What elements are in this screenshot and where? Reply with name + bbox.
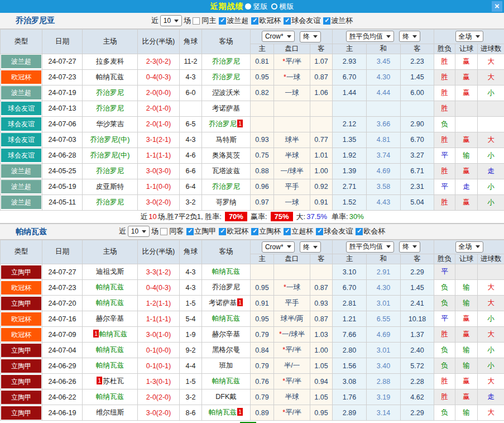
league-checkbox[interactable]	[251, 17, 258, 25]
cell-score: 0-1(0-1)	[138, 358, 180, 374]
league-filter: 欧冠杯	[251, 16, 281, 26]
cell-odds-away: 1.05	[310, 358, 333, 374]
cell-odds-away: 1.00	[310, 343, 333, 358]
team-name: 迪祖戈斯	[96, 268, 124, 275]
fulltime-value: 全场	[459, 32, 472, 41]
league-checkbox[interactable]	[316, 228, 323, 235]
league-checkbox[interactable]	[356, 228, 363, 235]
cell-score: 0-4(0-3)	[138, 69, 180, 85]
league-checkbox[interactable]	[219, 17, 226, 25]
cell-handicap-result	[455, 116, 478, 132]
cell-date: 24-07-23	[42, 280, 83, 296]
cell-odds-away: 1.07	[310, 54, 333, 69]
col-type: 类型	[1, 30, 42, 54]
col-score: 比分(半场)	[138, 30, 180, 54]
chevron-down-icon	[287, 245, 291, 248]
cell-result: 胜	[434, 101, 455, 116]
avg-time-select[interactable]: 终	[399, 31, 420, 42]
avg-select[interactable]: 胜平负均值	[346, 31, 394, 42]
col-avg-draw: 和	[367, 44, 401, 54]
cell-avg-home: 2.89	[333, 405, 367, 421]
cell-team: 帕纳瓦兹	[83, 358, 138, 374]
cell-odds-home: 0.93	[251, 132, 274, 148]
games-count-select[interactable]: 10	[128, 226, 150, 237]
team-name: 帕纳瓦兹	[212, 315, 240, 322]
cell-handicap-result	[455, 264, 478, 280]
league-label: 欧冠杯	[259, 16, 281, 26]
league-type-badge: 欧冠杯	[1, 281, 41, 294]
single-value: 30%	[349, 212, 364, 221]
avg-select[interactable]: 胜平负均值	[346, 241, 394, 253]
team-name: DFK戴	[215, 393, 237, 401]
league-checkbox[interactable]	[251, 228, 258, 235]
close-icon[interactable]: ×	[492, 1, 502, 12]
league-filter: 球会友谊	[284, 16, 320, 26]
table-row: 球会友谊24-06-28乔治罗尼(中)1-1(1-1)4-6奥洛莫茨0.75半球…	[1, 148, 504, 163]
cell-result: 负	[434, 405, 455, 421]
team-name: 皮亚斯特	[96, 183, 124, 191]
league-type-badge: 波兰超	[1, 196, 41, 209]
league-checkbox[interactable]	[219, 228, 226, 235]
cell-result: 胜	[434, 374, 455, 389]
cell-avg-away: 2.29	[401, 264, 434, 280]
table-row: 立陶甲24-06-261苏杜瓦1-3(0-1)1-5帕纳瓦兹0.76*平/半0.…	[1, 374, 504, 389]
games-count-select[interactable]: 10	[160, 15, 182, 26]
recent-results-panel: 近期战绩 竖版 横版 × 乔治罗尼亚 近 10 场 同主 波兰超欧冠杯球会友谊波…	[0, 0, 504, 423]
same-home-checkbox[interactable]	[193, 17, 200, 25]
fulltime-select[interactable]: 全场	[455, 31, 483, 42]
horizontal-layout-label[interactable]: 横版	[280, 2, 294, 12]
cell-odds-home: 0.89	[251, 405, 274, 421]
odds-time-select[interactable]: 终	[300, 31, 321, 42]
cell-avg-home: 1.39	[333, 163, 367, 179]
vertical-layout-radio[interactable]	[245, 3, 251, 9]
cell-avg-draw: 3.66	[367, 116, 401, 132]
cell-odds-home: 0.84	[251, 343, 274, 358]
league-type-badge: 球会友谊	[1, 102, 41, 115]
cell-score: 2-3(0-2)	[138, 54, 180, 69]
league-label: 立超杯	[291, 226, 313, 236]
cell-team: 乔治罗尼	[83, 194, 138, 210]
cell-handicap: *一/球半	[274, 327, 310, 343]
table-row: 欧冠杯24-07-23帕纳瓦兹0-4(0-3)4-3乔治罗尼0.95*一球0.8…	[1, 69, 504, 85]
league-label: 立陶杯	[259, 226, 281, 236]
cell-date: 24-07-09	[42, 327, 83, 343]
bookmaker-select[interactable]: Crow*	[262, 241, 295, 253]
cell-avg-home: 1.35	[333, 132, 367, 148]
odds-time-select[interactable]: 终	[300, 241, 321, 253]
fulltime-select[interactable]: 全场	[455, 241, 483, 253]
league-type-badge: 波兰超	[1, 55, 41, 68]
cell-handicap	[274, 116, 310, 132]
same-away-checkbox[interactable]	[160, 228, 167, 235]
cell-odds-away: 0.92	[310, 179, 333, 194]
cell-handicap-result: 赢	[455, 132, 478, 148]
cell-avg-home: 6.70	[333, 280, 367, 296]
team-name: 苏杜瓦	[103, 377, 124, 385]
cell-date: 24-07-27	[42, 54, 83, 69]
league-checkbox[interactable]	[186, 228, 194, 235]
cell-odds-home: 0.82	[251, 85, 274, 101]
cell-league-type: 立陶甲	[1, 296, 42, 311]
cell-odds-away	[310, 264, 333, 280]
col-corner: 角球	[180, 240, 202, 264]
cell-odds-home: 0.95	[251, 311, 274, 327]
league-checkbox[interactable]	[323, 17, 330, 25]
cell-odds-home: 0.96	[251, 179, 274, 194]
cell-team: 帕纳瓦兹	[83, 69, 138, 85]
cell-result: 负	[434, 343, 455, 358]
league-checkbox[interactable]	[284, 228, 291, 235]
avg-time-select[interactable]: 终	[399, 241, 420, 253]
cell-handicap: 平手	[274, 296, 310, 311]
league-checkbox[interactable]	[284, 17, 291, 25]
vertical-layout-label[interactable]: 竖版	[253, 2, 268, 12]
cell-handicap-result: 赢	[455, 163, 478, 179]
cell-result: 平	[434, 148, 455, 163]
bookmaker-select[interactable]: Crow*	[262, 31, 295, 42]
star-mark: *	[282, 58, 285, 65]
cell-avg-draw: 4.81	[367, 132, 401, 148]
team-name: 乔治罗尼	[209, 120, 237, 128]
cell-handicap: 半球	[274, 389, 310, 405]
cell-result: 胜	[434, 327, 455, 343]
cell-avg-away: 6.00	[401, 85, 434, 101]
cell-score: 1-3(0-1)	[138, 374, 180, 389]
horizontal-layout-radio[interactable]	[271, 3, 277, 9]
